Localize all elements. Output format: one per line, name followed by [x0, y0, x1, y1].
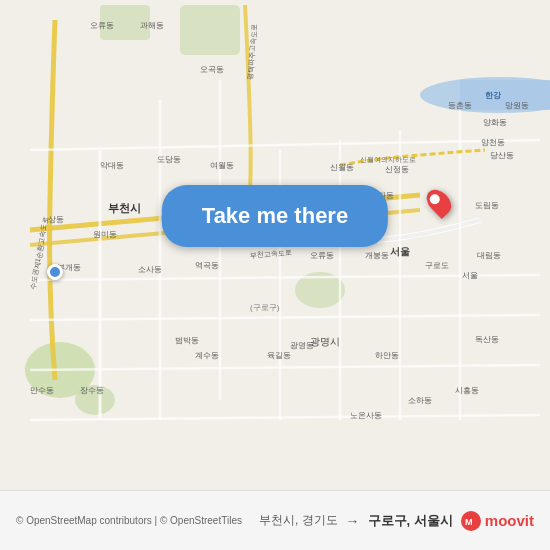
svg-text:도림동: 도림동 — [475, 201, 499, 210]
svg-text:범박동: 범박동 — [175, 336, 199, 345]
svg-text:만수동: 만수동 — [30, 386, 54, 395]
svg-text:등촌동: 등촌동 — [448, 101, 472, 110]
take-me-there-button[interactable]: Take me there — [162, 185, 388, 247]
svg-text:악대동: 악대동 — [100, 161, 124, 170]
origin-marker — [47, 264, 63, 280]
moovit-logo: M moovit — [461, 511, 534, 531]
route-info: 부천시, 경기도 → 구로구, 서울시 — [259, 512, 453, 530]
svg-text:당산동: 당산동 — [490, 151, 514, 160]
svg-text:부천시: 부천시 — [108, 202, 141, 214]
svg-text:오곡동: 오곡동 — [200, 65, 224, 74]
attribution-text: © OpenStreetMap contributors | © OpenStr… — [16, 515, 242, 526]
svg-text:대림동: 대림동 — [477, 251, 501, 260]
svg-text:양화동: 양화동 — [483, 118, 507, 127]
svg-text:오류동: 오류동 — [310, 251, 334, 260]
svg-rect-5 — [180, 5, 240, 55]
svg-text:망원동: 망원동 — [505, 101, 529, 110]
svg-text:독산동: 독산동 — [475, 335, 499, 344]
svg-text:오류동: 오류동 — [90, 21, 114, 30]
svg-text:도당동: 도당동 — [157, 155, 181, 164]
map-container: 경인고속도로 경인고속도로 수도권제1순환고속도로 평택파주고속도로 신월여의지… — [0, 0, 550, 490]
svg-text:개봉동: 개봉동 — [365, 251, 389, 260]
svg-text:원미동: 원미동 — [93, 230, 117, 239]
origin-label: 부천시, 경기도 — [259, 512, 338, 529]
svg-text:시흥동: 시흥동 — [455, 386, 479, 395]
route-arrow-icon: → — [346, 513, 360, 529]
svg-text:신월여의지하도로: 신월여의지하도로 — [360, 156, 416, 163]
svg-text:역곡동: 역곡동 — [195, 261, 219, 270]
footer-bar: © OpenStreetMap contributors | © OpenStr… — [0, 490, 550, 550]
destination-label: 구로구, 서울시 — [368, 512, 453, 530]
svg-text:서울: 서울 — [462, 271, 478, 280]
moovit-logo-icon: M — [461, 511, 481, 531]
svg-text:여월동: 여월동 — [210, 161, 234, 170]
svg-text:육길동: 육길동 — [267, 351, 291, 360]
svg-text:하안동: 하안동 — [375, 351, 399, 360]
svg-text:광명시: 광명시 — [310, 336, 340, 347]
map-attribution: © OpenStreetMap contributors | © OpenStr… — [16, 515, 251, 526]
svg-text:서울: 서울 — [390, 246, 410, 257]
svg-text:신월동: 신월동 — [330, 163, 354, 172]
svg-text:계수동: 계수동 — [195, 351, 219, 360]
svg-text:소하동: 소하동 — [408, 396, 432, 405]
svg-text:M: M — [465, 517, 473, 527]
moovit-brand-text: moovit — [485, 512, 534, 529]
svg-text:양천동: 양천동 — [481, 138, 505, 147]
svg-text:(구로구): (구로구) — [250, 303, 280, 312]
svg-text:상동: 상동 — [48, 215, 64, 224]
svg-text:소사동: 소사동 — [138, 265, 162, 274]
destination-marker — [427, 188, 449, 216]
svg-text:구로도: 구로도 — [425, 261, 449, 270]
svg-text:광명동: 광명동 — [290, 341, 314, 350]
svg-text:신정동: 신정동 — [385, 165, 409, 174]
svg-text:과해동: 과해동 — [140, 21, 164, 30]
svg-text:장수동: 장수동 — [80, 386, 104, 395]
svg-text:한강: 한강 — [485, 91, 502, 100]
svg-text:노온사동: 노온사동 — [350, 411, 382, 420]
